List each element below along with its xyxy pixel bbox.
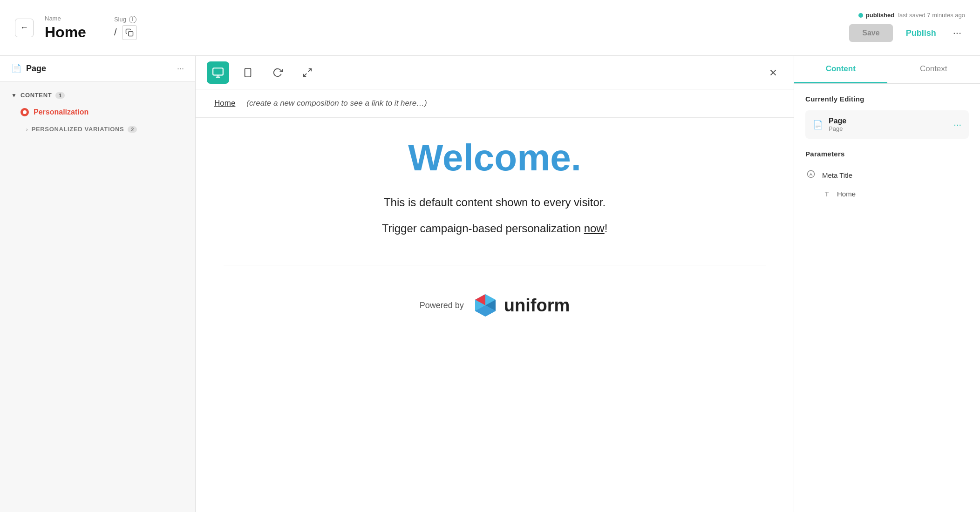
sidebar-title-row: 📄 Page <box>11 63 46 74</box>
right-sidebar: Content Context Currently Editing 📄 Page… <box>794 56 980 512</box>
slug-section: Slug i / <box>114 16 849 40</box>
canvas-footer: Powered by <box>401 275 589 336</box>
main-layout: 📄 Page ··· ▼ CONTENT 1 Personalization › <box>0 56 980 512</box>
personalized-variations-row[interactable]: › PERSONALIZED VARIATIONS 2 <box>0 121 195 137</box>
tab-content[interactable]: Content <box>794 56 887 83</box>
canvas-cta-end: ! <box>605 222 608 235</box>
meta-title-param-icon <box>805 170 817 180</box>
content-section-label: CONTENT <box>20 92 52 99</box>
sidebar-more-button[interactable]: ··· <box>177 64 184 74</box>
mobile-view-button[interactable] <box>237 61 259 84</box>
canvas-close-button[interactable] <box>764 63 783 82</box>
canvas-cta-text: Trigger campaign-based personalization <box>382 222 584 235</box>
uniform-logo: uniform <box>473 293 570 317</box>
copy-slug-button[interactable] <box>122 25 137 40</box>
canvas-toolbar <box>196 56 794 89</box>
back-button[interactable]: ← <box>15 19 34 37</box>
canvas-toolbar-left <box>207 61 319 84</box>
editing-card-left: 📄 Page Page <box>813 117 846 132</box>
canvas-area: Home (create a new composition to see a … <box>196 56 794 512</box>
content-section-row[interactable]: ▼ CONTENT 1 <box>0 87 195 103</box>
status-text: published <box>866 12 894 19</box>
canvas-nav: Home (create a new composition to see a … <box>196 89 794 118</box>
personalized-variations-label: PERSONALIZED VARIATIONS <box>32 126 124 133</box>
variations-chevron-icon: › <box>26 127 28 132</box>
personalization-icon <box>20 108 29 116</box>
save-button[interactable]: Save <box>849 24 892 42</box>
left-sidebar: 📄 Page ··· ▼ CONTENT 1 Personalization › <box>0 56 196 512</box>
canvas-content: Welcome. This is default content shown t… <box>196 118 794 512</box>
meta-title-param-row: Meta Title <box>805 165 969 185</box>
canvas-nav-hint: (create a new composition to see a link … <box>246 99 427 108</box>
header-right: published last saved 7 minutes ago Save … <box>849 12 965 44</box>
canvas-footer-powered: Powered by <box>420 301 464 310</box>
svg-rect-4 <box>245 68 251 76</box>
header-more-button[interactable]: ··· <box>949 22 965 44</box>
parameters-title: Parameters <box>805 150 969 158</box>
slug-label: Slug <box>114 16 126 23</box>
expand-button[interactable] <box>296 61 319 84</box>
editing-name: Page <box>829 117 846 125</box>
meta-title-value: Home <box>837 190 856 198</box>
page-name-value: Home <box>45 24 86 41</box>
canvas-frame: Home (create a new composition to see a … <box>196 89 794 512</box>
variations-badge: 2 <box>128 126 137 133</box>
sidebar-tree: ▼ CONTENT 1 Personalization › PERSONALIZ… <box>0 81 195 143</box>
sidebar-title: Page <box>26 64 46 74</box>
canvas-cta: Trigger campaign-based personalization n… <box>382 220 608 237</box>
status-dot <box>858 13 863 18</box>
canvas-nav-home-link[interactable]: Home <box>214 99 235 108</box>
right-tabs: Content Context <box>794 56 980 84</box>
status-saved: last saved 7 minutes ago <box>898 12 965 19</box>
canvas-welcome-heading: Welcome. <box>408 136 581 179</box>
canvas-cta-link[interactable]: now <box>584 222 605 235</box>
meta-title-value-row: T Home <box>805 185 969 202</box>
parameters-section: Parameters Meta Title T Home <box>805 150 969 202</box>
right-content: Currently Editing 📄 Page Page ··· Parame… <box>794 84 980 512</box>
personalization-label: Personalization <box>34 108 88 116</box>
personalization-item[interactable]: Personalization <box>0 103 195 121</box>
uniform-wordmark: uniform <box>504 296 570 316</box>
top-header: ← Name Home Slug i / published last save… <box>0 0 980 56</box>
canvas-subtitle: This is default content shown to every v… <box>384 194 606 211</box>
name-label: Name <box>45 15 86 22</box>
currently-editing-card: 📄 Page Page ··· <box>805 110 969 139</box>
refresh-button[interactable] <box>266 61 289 84</box>
header-actions: Save Publish ··· <box>849 22 965 44</box>
meta-title-label: Meta Title <box>822 171 852 179</box>
status-row: published last saved 7 minutes ago <box>858 12 965 19</box>
publish-button[interactable]: Publish <box>898 24 944 43</box>
content-chevron-icon: ▼ <box>11 92 17 99</box>
sidebar-header: 📄 Page ··· <box>0 56 195 81</box>
svg-rect-0 <box>129 31 133 36</box>
editing-info: Page Page <box>829 117 846 132</box>
uniform-hex-icon <box>473 293 497 317</box>
meta-title-value-icon: T <box>822 190 831 198</box>
sidebar-page-icon: 📄 <box>11 63 21 74</box>
svg-rect-1 <box>213 68 223 75</box>
slug-value: / <box>114 27 117 38</box>
tab-context[interactable]: Context <box>887 56 980 83</box>
content-badge: 1 <box>55 92 65 99</box>
editing-page-icon: 📄 <box>813 120 823 130</box>
slug-info-icon[interactable]: i <box>129 16 136 23</box>
editing-type: Page <box>829 125 846 132</box>
desktop-view-button[interactable] <box>207 61 229 84</box>
editing-more-button[interactable]: ··· <box>953 119 961 130</box>
currently-editing-title: Currently Editing <box>805 95 969 103</box>
svg-line-6 <box>308 68 311 71</box>
canvas-divider <box>224 265 766 265</box>
name-section: Name Home <box>45 15 86 41</box>
svg-line-7 <box>304 73 306 76</box>
